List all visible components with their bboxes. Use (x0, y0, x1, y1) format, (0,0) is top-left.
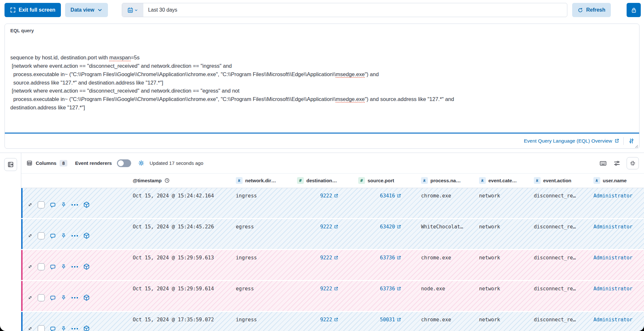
more-actions-icon[interactable] (71, 265, 78, 268)
analyzer-cube-icon[interactable] (83, 201, 90, 208)
select-event-checkbox[interactable] (38, 263, 45, 270)
eql-overview-link[interactable]: Event Query Language (EQL) Overview (524, 138, 619, 144)
comment-icon[interactable] (50, 264, 56, 270)
keyboard-shortcuts-button[interactable] (599, 159, 607, 167)
select-event-checkbox[interactable] (38, 294, 45, 301)
eql-query-line: destination.address like "127.*"] (10, 104, 634, 112)
lock-button[interactable] (627, 3, 641, 17)
exit-full-screen-button[interactable]: Exit full screen (5, 3, 61, 17)
analyzer-cube-icon[interactable] (83, 232, 90, 239)
expand-event-icon[interactable] (27, 264, 33, 269)
cell-process-name: WhiteChocolat… (416, 219, 474, 249)
chevron-down-icon (134, 8, 138, 12)
date-picker-button[interactable] (122, 3, 143, 17)
select-event-checkbox[interactable] (38, 232, 45, 239)
data-view-button[interactable]: Data view (65, 3, 108, 17)
keyword-field-icon: k (479, 177, 486, 184)
cell-user-name[interactable]: Administrator (588, 312, 644, 331)
cell-process-name: chrome.exe (416, 312, 474, 331)
destination-port-link[interactable]: 9222 (320, 255, 338, 261)
more-actions-icon[interactable] (71, 327, 78, 330)
expand-event-icon[interactable] (27, 233, 33, 238)
chevron-down-icon (97, 7, 102, 13)
comment-icon[interactable] (50, 233, 56, 239)
comment-icon[interactable] (50, 295, 56, 301)
column-header-label: event.cate… (488, 178, 517, 183)
cell-user-name[interactable]: Administrator (588, 250, 644, 280)
divider (623, 137, 624, 145)
pin-icon[interactable] (61, 202, 66, 207)
expand-event-icon[interactable] (27, 326, 33, 331)
select-event-checkbox[interactable] (38, 325, 45, 331)
cell-event-action: disconnect_re… (529, 312, 588, 331)
external-link-icon (614, 138, 619, 143)
expand-event-icon[interactable] (27, 295, 33, 300)
destination-port-link[interactable]: 9222 (320, 286, 338, 292)
cell-process-name: chrome.exe (416, 188, 474, 218)
pin-icon[interactable] (61, 326, 66, 331)
refresh-icon (578, 7, 583, 13)
comment-icon[interactable] (50, 326, 56, 331)
updated-status-text: Updated 17 seconds ago (149, 160, 203, 166)
cell-source-port: 63416 (353, 188, 416, 218)
cell-destination-port: 9222 (292, 312, 353, 331)
source-port-link[interactable]: 63736 (380, 255, 401, 261)
eql-panel-footer: Event Query Language (EQL) Overview (5, 134, 639, 148)
row-actions (21, 188, 102, 218)
display-options-button[interactable] (613, 159, 621, 167)
keyword-field-icon: k (421, 177, 428, 184)
spellcheck-underline: maxspan (109, 55, 131, 60)
pin-icon[interactable] (61, 264, 66, 269)
cell-event-action: disconnect_re… (529, 281, 588, 311)
column-header-event.action[interactable]: kevent.action (529, 177, 588, 184)
number-field-icon: # (297, 177, 304, 184)
eql-query-line: [network where event.action == "disconne… (10, 62, 634, 70)
column-header-process.na[interactable]: kprocess.na… (416, 177, 474, 184)
destination-port-link[interactable]: 9222 (320, 317, 338, 323)
source-port-link[interactable]: 63416 (380, 193, 401, 199)
source-port-link[interactable]: 63736 (380, 286, 401, 292)
select-event-checkbox[interactable] (38, 201, 45, 208)
source-port-link[interactable]: 50031 (380, 317, 401, 323)
eql-query-textarea[interactable]: sequence by host.id, destination.port wi… (5, 36, 639, 134)
more-actions-icon[interactable] (71, 234, 78, 237)
refresh-button[interactable]: Refresh (572, 3, 611, 17)
event-renderers-toggle[interactable] (117, 159, 131, 167)
source-port-link[interactable]: 63420 (380, 224, 401, 230)
cell-timestamp: Oct 15, 2024 @ 17:35:59.072 (102, 312, 231, 331)
fullscreen-exit-icon (10, 7, 16, 13)
column-header-source.port[interactable]: #source.port (353, 177, 416, 184)
expand-flyout-button[interactable] (4, 158, 17, 171)
cell-user-name[interactable]: Administrator (588, 281, 644, 311)
keyword-field-icon: k (593, 177, 600, 184)
query-settings-button[interactable] (628, 137, 635, 145)
more-actions-icon[interactable] (71, 203, 78, 206)
analyzer-cube-icon[interactable] (83, 325, 90, 331)
table-toolbar: Columns 8 Event renderers Updated 17 sec… (21, 153, 644, 173)
column-header-event.cate[interactable]: kevent.cate… (474, 177, 529, 184)
columns-button[interactable]: Columns (36, 160, 56, 166)
column-header-timestamp[interactable]: @timestamp (102, 178, 231, 183)
column-header-user.name[interactable]: kuser.name (588, 177, 644, 184)
column-header-destination[interactable]: #destination… (292, 177, 353, 184)
column-header-label: network.dir… (245, 178, 276, 183)
column-header-label: process.na… (430, 178, 461, 183)
event-row: Oct 15, 2024 @ 15:29:59.614egress9222637… (21, 281, 644, 312)
comment-icon[interactable] (50, 202, 56, 208)
pin-icon[interactable] (61, 233, 66, 238)
date-range-input[interactable]: Last 30 days (143, 7, 178, 13)
destination-port-link[interactable]: 9222 (320, 193, 338, 199)
expand-event-icon[interactable] (27, 202, 33, 207)
more-actions-icon[interactable] (71, 296, 78, 299)
cell-user-name[interactable]: Administrator (588, 219, 644, 249)
analyzer-cube-icon[interactable] (83, 294, 90, 301)
gear-icon[interactable] (138, 160, 144, 166)
pin-icon[interactable] (61, 295, 66, 300)
column-header-network.dir[interactable]: knetwork.dir… (231, 177, 292, 184)
left-rail (0, 153, 21, 331)
resize-handle[interactable] (634, 128, 638, 132)
destination-port-link[interactable]: 9222 (320, 224, 338, 230)
event-renderers-label: Event renderers (75, 160, 112, 166)
analyzer-cube-icon[interactable] (83, 263, 90, 270)
cell-user-name[interactable]: Administrator (588, 188, 644, 218)
